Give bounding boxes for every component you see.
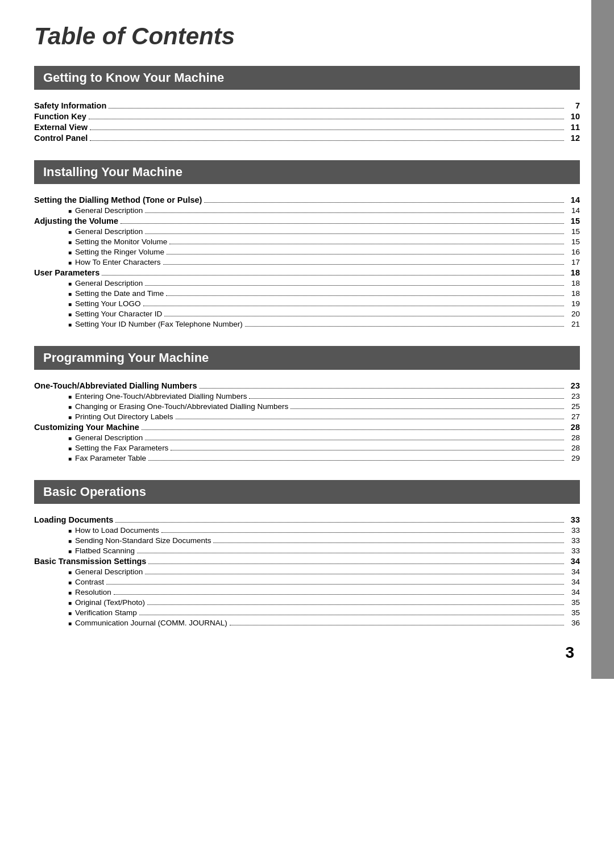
entry-page: 12 (566, 133, 580, 143)
entry-dots (145, 285, 564, 286)
entry-label: Flatbed Scanning (68, 546, 135, 555)
entry-label: Sending Non-Standard Size Documents (68, 536, 211, 545)
section-installing: Installing Your MachineSetting the Diall… (34, 160, 580, 335)
toc-entry: Setting the Ringer Volume16 (34, 248, 580, 256)
entry-dots (230, 625, 564, 625)
entry-dots (148, 460, 564, 461)
entry-label: Loading Documents (34, 515, 113, 524)
entry-dots (114, 594, 564, 595)
entry-page: 27 (566, 412, 580, 421)
section-installing-entries: Setting the Dialling Method (Tone or Pul… (34, 193, 580, 335)
toc-entry: Setting Your Character ID20 (34, 310, 580, 318)
entry-label: Contrast (68, 578, 104, 586)
toc-entry: Printing Out Directory Labels27 (34, 412, 580, 421)
toc-entry: General Description34 (34, 567, 580, 576)
section-getting-to-know-entries: Safety Information7Function Key10Externa… (34, 99, 580, 149)
toc-entry: Contrast34 (34, 578, 580, 586)
entry-page: 34 (566, 588, 580, 596)
toc-sections: Getting to Know Your MachineSafety Infor… (34, 66, 580, 633)
entry-label: General Description (68, 227, 143, 236)
toc-entry: Sending Non-Standard Size Documents33 (34, 536, 580, 545)
entry-dots (245, 326, 564, 327)
entry-page: 29 (566, 454, 580, 462)
entry-dots (137, 553, 564, 553)
entry-label: User Parameters (34, 268, 99, 277)
entry-dots (145, 233, 564, 234)
entry-label: Resolution (68, 588, 111, 596)
toc-entry: Flatbed Scanning33 (34, 546, 580, 555)
entry-page: 33 (566, 546, 580, 555)
entry-label: Changing or Erasing One-Touch/Abbreviate… (68, 402, 288, 411)
entry-page: 33 (566, 536, 580, 545)
entry-page: 18 (566, 279, 580, 287)
entry-page: 36 (566, 619, 580, 627)
entry-page: 23 (566, 392, 580, 400)
entry-dots (89, 119, 564, 119)
toc-entry: Changing or Erasing One-Touch/Abbreviate… (34, 402, 580, 411)
section-basic-operations-entries: Loading Documents33How to Load Documents… (34, 513, 580, 633)
toc-entry: Customizing Your Machine28 (34, 423, 580, 432)
entry-label: Setting the Ringer Volume (68, 248, 164, 256)
entry-page: 33 (566, 515, 580, 524)
entry-dots (204, 202, 564, 203)
entry-dots (143, 306, 564, 306)
toc-entry: General Description14 (34, 206, 580, 215)
entry-label: General Description (68, 279, 143, 287)
toc-entry: General Description18 (34, 279, 580, 287)
entry-label: Control Panel (34, 133, 88, 143)
entry-label: How To Enter Characters (68, 258, 161, 266)
toc-entry: Setting the Date and Time18 (34, 289, 580, 298)
toc-entry: Loading Documents33 (34, 515, 580, 524)
toc-entry: How To Enter Characters17 (34, 258, 580, 266)
entry-label: General Description (68, 433, 143, 442)
entry-label: Setting Your LOGO (68, 299, 141, 308)
toc-entry: Function Key10 (34, 112, 580, 121)
entry-label: Setting Your Character ID (68, 310, 162, 318)
entry-dots (142, 429, 564, 430)
toc-entry: Setting the Monitor Volume15 (34, 237, 580, 246)
entry-label: Setting the Date and Time (68, 289, 164, 298)
toc-entry: Setting the Dialling Method (Tone or Pul… (34, 195, 580, 205)
toc-entry: Adjusting the Volume15 (34, 216, 580, 226)
entry-page: 15 (566, 216, 580, 226)
toc-entry: User Parameters18 (34, 268, 580, 277)
toc-entry: Control Panel12 (34, 133, 580, 143)
entry-dots (148, 564, 564, 564)
entry-page: 20 (566, 310, 580, 318)
section-programming-header: Programming Your Machine (34, 346, 580, 370)
entry-dots (166, 295, 564, 296)
entry-dots (213, 542, 564, 543)
entry-dots (161, 532, 564, 533)
toc-entry: One-Touch/Abbreviated Dialling Numbers23 (34, 381, 580, 390)
entry-dots (169, 244, 564, 244)
entry-label: Setting the Dialling Method (Tone or Pul… (34, 195, 202, 205)
entry-dots (176, 419, 564, 419)
entry-label: Verification Stamp (68, 608, 137, 617)
toc-entry: Entering One-Touch/Abbreviated Dialling … (34, 392, 580, 400)
entry-label: Printing Out Directory Labels (68, 412, 173, 421)
page-number: 3 (565, 644, 574, 662)
section-programming-entries: One-Touch/Abbreviated Dialling Numbers23… (34, 379, 580, 469)
entry-page: 14 (566, 195, 580, 205)
toc-entry: Resolution34 (34, 588, 580, 596)
entry-label: General Description (68, 567, 143, 576)
entry-page: 21 (566, 320, 580, 328)
entry-label: General Description (68, 206, 143, 215)
entry-dots (121, 223, 564, 224)
section-basic-operations: Basic OperationsLoading Documents33How t… (34, 480, 580, 633)
entry-dots (145, 574, 564, 574)
entry-page: 28 (566, 433, 580, 442)
entry-page: 11 (566, 123, 580, 132)
toc-entry: Original (Text/Photo)35 (34, 598, 580, 607)
entry-page: 7 (566, 101, 580, 110)
entry-page: 34 (566, 567, 580, 576)
entry-label: Basic Transmission Settings (34, 557, 146, 566)
entry-dots (249, 398, 564, 399)
entry-dots (291, 408, 564, 409)
entry-label: Customizing Your Machine (34, 423, 139, 432)
section-installing-header: Installing Your Machine (34, 160, 580, 184)
toc-entry: General Description28 (34, 433, 580, 442)
entry-page: 10 (566, 112, 580, 121)
entry-dots (163, 264, 564, 265)
toc-entry: Setting Your LOGO19 (34, 299, 580, 308)
